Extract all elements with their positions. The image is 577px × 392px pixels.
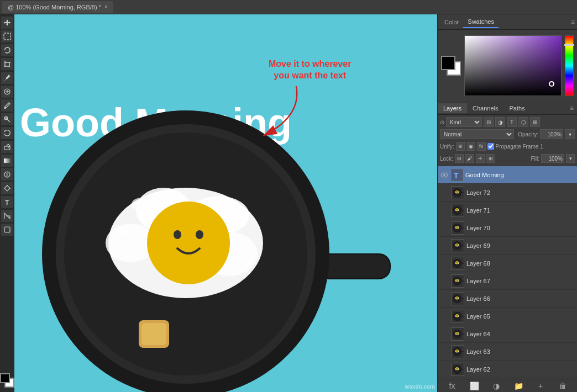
tab-layers[interactable]: Layers: [438, 103, 467, 113]
layer-visibility-toggle[interactable]: [440, 312, 449, 321]
hue-strip[interactable]: [565, 35, 574, 96]
layer-visibility-toggle[interactable]: [440, 365, 449, 374]
color-panel-menu-icon[interactable]: ≡: [571, 18, 575, 26]
tool-pen[interactable]: [1, 182, 13, 194]
tool-clone[interactable]: [1, 113, 13, 125]
filter-smart-icon[interactable]: ⊞: [530, 117, 540, 127]
filter-type-icon[interactable]: T: [507, 117, 517, 127]
lock-position-icon[interactable]: ✛: [476, 154, 485, 163]
layer-visibility-toggle[interactable]: [440, 188, 449, 197]
layer-item[interactable]: TGood Morning: [438, 166, 577, 184]
kind-select[interactable]: Kind: [446, 117, 482, 127]
unify-fx-icon[interactable]: fx: [477, 142, 486, 151]
lock-artboard-icon[interactable]: ⊞: [486, 154, 495, 163]
layer-visibility-toggle[interactable]: [440, 171, 449, 179]
tool-dodge[interactable]: [1, 168, 13, 181]
gradient-picker-circle[interactable]: [549, 81, 554, 87]
unify-style-icon[interactable]: ◉: [466, 142, 475, 151]
unify-position-icon[interactable]: ⊕: [456, 142, 465, 151]
tool-shape[interactable]: [1, 224, 13, 236]
layer-item[interactable]: Layer 64: [438, 325, 577, 343]
layer-item[interactable]: Layer 65: [438, 308, 577, 325]
blend-mode-select[interactable]: Normal Multiply Screen Overlay: [440, 129, 514, 139]
fg-color-swatch[interactable]: [0, 373, 10, 383]
svg-rect-62: [461, 227, 464, 229]
lock-transparency-icon[interactable]: ⊟: [455, 154, 464, 163]
svg-point-10: [4, 107, 6, 109]
new-group-button[interactable]: 📁: [513, 381, 523, 391]
document-tab[interactable]: @ 100% (Good Morning, RGB/8) * ×: [2, 1, 113, 13]
fill-arrow-icon[interactable]: ▾: [566, 154, 575, 163]
add-mask-button[interactable]: ⬜: [469, 381, 479, 391]
svg-point-53: [456, 209, 457, 210]
layer-item[interactable]: Layer 66: [438, 290, 577, 308]
layer-visibility-toggle[interactable]: [440, 347, 449, 356]
svg-point-35: [116, 227, 129, 236]
add-style-button[interactable]: fx: [447, 381, 457, 391]
svg-rect-90: [461, 298, 464, 299]
tool-path-select[interactable]: [1, 210, 13, 222]
tool-select[interactable]: [1, 30, 13, 43]
layer-visibility-toggle[interactable]: [440, 330, 449, 338]
layer-visibility-toggle[interactable]: [440, 259, 449, 268]
svg-point-61: [457, 226, 458, 227]
tool-heal[interactable]: [1, 86, 13, 98]
svg-point-46: [456, 191, 457, 192]
fg-bg-color-boxes[interactable]: [441, 56, 461, 76]
svg-point-109: [456, 350, 457, 351]
layer-name-label: Layer 65: [466, 313, 575, 320]
tab-swatches[interactable]: Swatches: [463, 16, 499, 28]
opacity-input[interactable]: [540, 129, 563, 139]
fill-input[interactable]: [541, 154, 564, 163]
propagate-checkbox[interactable]: [487, 143, 494, 150]
svg-point-31: [147, 202, 230, 284]
opacity-arrow-icon[interactable]: ▾: [565, 129, 575, 139]
svg-rect-21: [4, 227, 10, 232]
color-picker-area: [438, 30, 577, 102]
layer-visibility-toggle[interactable]: [440, 224, 449, 232]
lock-fill-row: Lock: ⊟ 🖌 ✛ ⊞ Fill: ▾: [440, 153, 575, 164]
tool-gradient[interactable]: [1, 155, 13, 167]
filter-pixel-icon[interactable]: ⊟: [484, 117, 494, 127]
new-fill-button[interactable]: ◑: [491, 381, 501, 391]
tab-close-button[interactable]: ×: [104, 4, 108, 10]
layer-item[interactable]: Layer 69: [438, 237, 577, 255]
layer-visibility-toggle[interactable]: [440, 206, 449, 215]
layer-visibility-toggle[interactable]: [440, 277, 449, 285]
foreground-color-box[interactable]: [441, 56, 455, 70]
layer-item[interactable]: Layer 62: [438, 361, 577, 378]
svg-rect-104: [461, 333, 464, 335]
tool-eyedropper[interactable]: [1, 72, 13, 84]
tab-paths[interactable]: Paths: [504, 103, 531, 113]
svg-rect-111: [461, 351, 464, 352]
color-gradient-picker[interactable]: [464, 35, 562, 96]
filter-adjustment-icon[interactable]: ◑: [495, 117, 505, 127]
tool-move[interactable]: [1, 17, 13, 29]
layer-visibility-toggle[interactable]: [440, 294, 449, 303]
tab-color[interactable]: Color: [440, 17, 463, 28]
tool-eraser[interactable]: [1, 141, 13, 153]
tool-lasso[interactable]: [1, 44, 13, 56]
layer-item[interactable]: Layer 68: [438, 255, 577, 272]
layer-item[interactable]: Layer 71: [438, 202, 577, 219]
tool-text[interactable]: T: [1, 196, 13, 208]
svg-point-75: [457, 262, 458, 263]
delete-layer-button[interactable]: 🗑: [558, 381, 568, 391]
svg-point-74: [456, 262, 457, 263]
new-layer-button[interactable]: +: [536, 381, 545, 391]
layer-name-label: Layer 64: [466, 331, 575, 337]
tool-history[interactable]: [1, 127, 13, 139]
filter-shape-icon[interactable]: ⬡: [518, 117, 528, 127]
layer-item[interactable]: Layer 67: [438, 272, 577, 290]
layers-panel-menu-icon[interactable]: ≡: [570, 104, 577, 112]
toolbar-color-swatches[interactable]: [0, 373, 14, 388]
tool-brush[interactable]: [1, 99, 13, 112]
layer-item[interactable]: Layer 63: [438, 343, 577, 361]
tab-channels[interactable]: Channels: [467, 103, 503, 113]
svg-rect-97: [461, 316, 464, 317]
lock-image-icon[interactable]: 🖌: [465, 154, 474, 163]
layer-item[interactable]: Layer 72: [438, 184, 577, 202]
layer-item[interactable]: Layer 70: [438, 219, 577, 237]
tool-crop[interactable]: [1, 58, 13, 70]
layer-visibility-toggle[interactable]: [440, 241, 449, 250]
